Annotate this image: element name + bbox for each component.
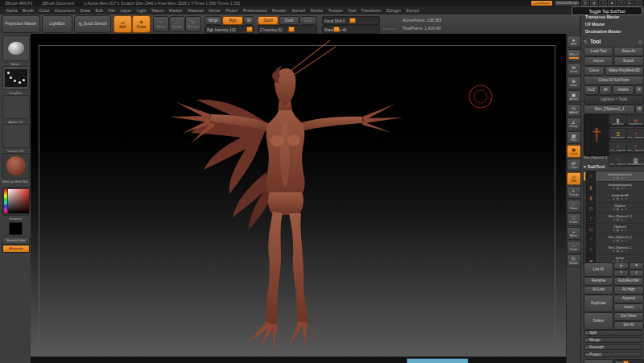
clone-all-subtools-button[interactable]: Clone All SubTools [584, 76, 644, 85]
active-tool-button[interactable]: Skin_ZSphere2_3 [584, 105, 635, 114]
gyro-scale-button[interactable]: ↔Scale [169, 16, 185, 32]
gyro-move-button[interactable]: ＋Move [153, 16, 169, 32]
merge-section[interactable]: ▸Merge [584, 337, 642, 343]
menu-item[interactable]: Color [36, 8, 52, 13]
zadd-button[interactable]: Zadd [258, 16, 279, 25]
delete-button[interactable]: Delete [584, 312, 613, 330]
menu-item[interactable]: Marker [167, 8, 186, 13]
persp-button[interactable]: ∠ Persp [567, 118, 581, 130]
subtool-row[interactable]: ⊙ ZSphere2 ● ▤ ▲ ≡ [584, 224, 644, 234]
menu-item[interactable]: Alpha [3, 8, 19, 13]
scroll-button[interactable]: ⊞ Scroll [567, 63, 581, 76]
menu-item[interactable]: Texture [325, 8, 345, 13]
subtool-row[interactable]: ⊙ ZSphere ● ▤ ▲ ≡ [584, 203, 644, 213]
edit-button[interactable]: ▱Edit [114, 15, 132, 33]
make-polymesh3d-button[interactable]: Make PolyMesh3D [605, 66, 644, 76]
subtool-row[interactable]: † shadowbox(armor) ● ▤ ▲ ≡ [584, 171, 644, 182]
draw-size-slider[interactable]: Draw Size 46 [322, 25, 380, 34]
remesh-section[interactable]: ▸Remesh [584, 344, 642, 350]
menu-item[interactable]: Transform [358, 8, 383, 13]
menu-item[interactable]: Layer [118, 8, 134, 13]
quick-sketch-button[interactable]: ✎Quick Sketch [74, 15, 111, 33]
subtool-row[interactable]: † Skin_ZSphere2_4 ● ▤ ▲ ≡ [584, 234, 644, 245]
paint-icon[interactable]: ▤ [617, 250, 619, 253]
tool-item[interactable]: ★ PolyMesh3D [626, 114, 644, 127]
tool-palette-header[interactable]: ↻ Tool ◎ [584, 37, 642, 45]
bpr-render-button[interactable]: ● BPR [567, 35, 581, 48]
subtool-row[interactable]: ▮ shadowbox(pants) ● ▤ ▲ ≡ [584, 182, 644, 192]
z-intensity-slider[interactable]: Z Intensity 52 [258, 25, 317, 34]
menu-item[interactable]: Draw [77, 8, 93, 13]
current-alpha-thumbnail[interactable] [2, 95, 30, 119]
menu-item[interactable]: File [105, 8, 118, 13]
solo-button[interactable]: ◎ Solo [567, 172, 581, 185]
all-low-button[interactable]: All Low [584, 286, 613, 295]
switch-color-button[interactable]: SwitchColor [2, 237, 30, 245]
clone-button[interactable]: Clone [584, 66, 605, 76]
autoreorder-button[interactable]: AutoReorder [613, 277, 644, 286]
current-stroke-thumbnail[interactable] [2, 66, 30, 90]
menu-item[interactable]: Light [134, 8, 149, 13]
mrgb-button[interactable]: Mrgb [204, 16, 222, 25]
more-icon[interactable]: ≡ [625, 229, 627, 232]
tool-item[interactable]: † Skin_ZSphere2 [626, 141, 644, 154]
eye-icon[interactable]: ● [613, 218, 614, 221]
list-all-button[interactable]: List All [584, 262, 613, 277]
menu-item[interactable]: Material [185, 8, 206, 13]
hue-strip[interactable] [4, 189, 7, 213]
paint-icon[interactable]: ▤ [617, 229, 619, 232]
goz-r-button[interactable]: R [634, 85, 644, 95]
dynamic-label[interactable]: Dynamic [383, 27, 397, 31]
uv-master-row[interactable]: UV Master [584, 22, 644, 28]
duplicate-button[interactable]: Duplicate [584, 295, 613, 312]
subtool-row[interactable]: † Skin_ZSphere2_1 ● ▤ ▲ ≡ [584, 245, 644, 255]
append-button[interactable]: Append [613, 295, 644, 303]
gyro-rotate-button[interactable]: ↻Rotate [185, 16, 201, 32]
menu-item[interactable]: Macro [149, 8, 167, 13]
user-icon[interactable]: ◉ [608, 0, 616, 6]
local-button[interactable]: ◉ Local [567, 145, 581, 158]
insert-button[interactable]: Insert [613, 303, 644, 312]
eye-icon[interactable]: ● [613, 229, 614, 232]
more-icon[interactable]: ≡ [625, 218, 627, 221]
subtool-bottom-button[interactable]: ⇓ [629, 270, 644, 277]
del-all-button[interactable]: Del All [613, 321, 644, 330]
sculpt-icon[interactable]: ▲ [621, 218, 624, 221]
paint-icon[interactable]: ▤ [617, 218, 619, 221]
transp-button[interactable]: ◐ Transp [567, 186, 581, 199]
subtool-top-button[interactable]: ⇑ [613, 270, 629, 277]
more-icon[interactable]: ≡ [625, 208, 627, 211]
zoom-button[interactable]: ⊕ Zoom [567, 76, 581, 89]
tool-item[interactable]: † Skin_ZSphere2_3 [609, 141, 627, 154]
goz-visible-button[interactable]: Visible [612, 85, 634, 95]
menu-item[interactable]: Stencil [289, 8, 308, 13]
draw-button[interactable]: ✛Draw [132, 15, 151, 33]
default-zscript-button[interactable]: DefaultZScript [554, 0, 580, 6]
current-tool-preview[interactable]: † [584, 114, 609, 156]
sculpt-icon[interactable]: ▲ [621, 208, 624, 211]
help-icon[interactable]: ? [617, 0, 625, 6]
menu-item[interactable]: Stroke [308, 8, 325, 13]
paint-icon[interactable]: ▤ [617, 239, 619, 242]
rgb-intensity-slider[interactable]: Rgb Intensity 100 [204, 25, 254, 34]
active-tool-r-button[interactable]: R [635, 105, 644, 114]
timeline-scrollbar[interactable] [407, 358, 469, 363]
current-brush-thumbnail[interactable] [2, 35, 30, 61]
sculpt-icon[interactable]: ▲ [621, 229, 624, 232]
current-material-thumbnail[interactable] [2, 153, 30, 179]
lsym-button[interactable]: ⇄ L.Sym [567, 159, 581, 171]
save-as-button[interactable]: Save As [613, 47, 644, 56]
menu-item[interactable]: Document [52, 8, 77, 13]
tool-item[interactable]: † Skin_ZSphere2_1 [626, 128, 644, 141]
menu-item[interactable]: Brush [19, 8, 36, 13]
alternate-button[interactable]: Alternate [2, 245, 30, 253]
frame-button[interactable]: □ Frame [567, 213, 581, 226]
project-all-button[interactable]: ProjectAll [584, 359, 613, 363]
zsub-button[interactable]: Zsub [279, 16, 299, 25]
paint-icon[interactable]: ▤ [617, 208, 619, 211]
more-icon[interactable]: ≡ [625, 187, 627, 190]
more-icon[interactable]: ≡ [625, 250, 627, 253]
sculpt-icon[interactable]: ▲ [621, 197, 624, 200]
grid-icon[interactable]: ▦ [590, 0, 598, 6]
decimation-master-row[interactable]: Decimation Master [584, 29, 644, 35]
